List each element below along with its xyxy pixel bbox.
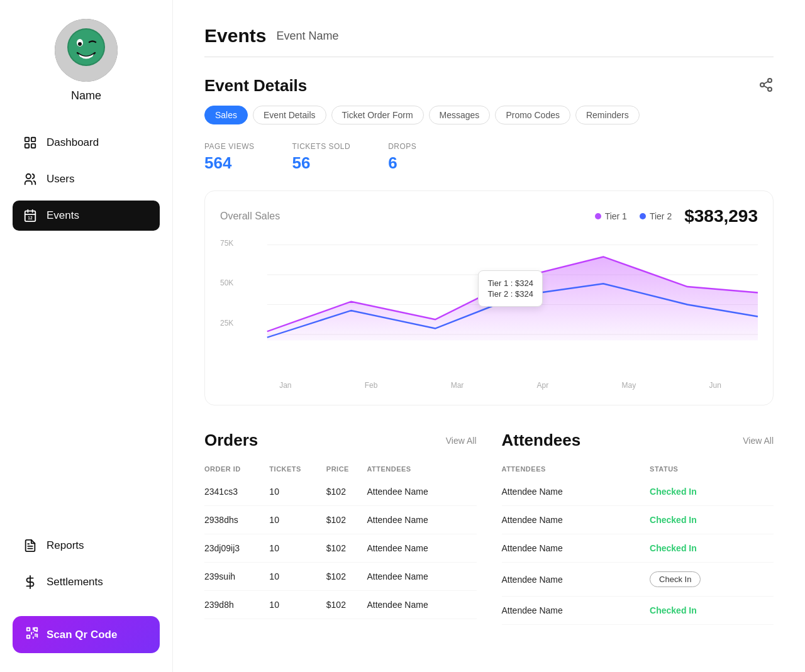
attendees-view-all[interactable]: View All xyxy=(743,436,774,446)
page-header: Events Event Name xyxy=(204,25,774,47)
attendee-status-cell: Checked In xyxy=(650,534,774,563)
attendee-name-cell: Attendee Name xyxy=(502,563,650,597)
sidebar-item-reports[interactable]: Reports xyxy=(13,531,160,561)
sidebar-item-events[interactable]: 12 Events xyxy=(13,201,160,231)
list-item: Attendee Name Checked In xyxy=(502,506,774,534)
tickets-sold-value: 56 xyxy=(292,153,350,173)
legend-tier1-label: Tier 1 xyxy=(605,211,627,221)
svg-rect-6 xyxy=(31,138,35,141)
order-tickets-cell: 10 xyxy=(269,478,326,506)
users-icon xyxy=(23,172,38,187)
page-views-value: 564 xyxy=(204,153,254,173)
user-name: Name xyxy=(71,89,101,102)
event-details-header: Event Details xyxy=(204,76,774,96)
x-label-mar: Mar xyxy=(451,381,464,390)
order-price-cell: $102 xyxy=(326,591,367,619)
attendees-section: Attendees View All ATTENDEES STATUS Atte… xyxy=(502,431,774,625)
order-tickets-cell: 10 xyxy=(269,534,326,563)
table-row: 239suih 10 $102 Attendee Name xyxy=(204,563,477,591)
order-attendees-cell: Attendee Name xyxy=(367,534,476,563)
chart-header: Overall Sales Tier 1 Tier 2 $383,293 xyxy=(220,206,758,226)
chart-svg xyxy=(220,239,758,358)
reports-icon xyxy=(23,538,38,553)
x-label-apr: Apr xyxy=(537,381,549,390)
svg-rect-7 xyxy=(25,144,29,148)
status-badge: Checked In xyxy=(650,487,697,497)
order-id-cell: 239suih xyxy=(204,563,269,591)
orders-view-all[interactable]: View All xyxy=(446,436,477,446)
sidebar-item-users[interactable]: Users xyxy=(13,164,160,194)
sidebar-item-reports-label: Reports xyxy=(47,539,84,552)
svg-rect-20 xyxy=(27,636,30,639)
order-attendees-cell: Attendee Name xyxy=(367,506,476,534)
order-price-cell: $102 xyxy=(326,506,367,534)
table-row: 239d8h 10 $102 Attendee Name xyxy=(204,591,477,619)
y-label-75k: 75K xyxy=(220,239,243,248)
legend-tier2-label: Tier 2 xyxy=(650,211,672,221)
scan-qr-icon xyxy=(25,626,39,643)
chart-total-value: $383,293 xyxy=(684,206,758,226)
event-details-title: Event Details xyxy=(204,76,307,96)
attendees-table: ATTENDEES STATUS Attendee Name Checked I… xyxy=(502,460,774,625)
orders-col-price: PRICE xyxy=(326,460,367,478)
tab-event-details[interactable]: Event Details xyxy=(253,106,326,124)
order-price-cell: $102 xyxy=(326,563,367,591)
check-in-button[interactable]: Check In xyxy=(650,571,701,587)
avatar-section: Name xyxy=(13,19,160,102)
sidebar-item-dashboard[interactable]: Dashboard xyxy=(13,128,160,158)
orders-table: ORDER ID TICKETS PRICE ATTENDEES 2341cs3… xyxy=(204,460,477,619)
svg-line-33 xyxy=(764,82,769,84)
header-divider xyxy=(204,57,774,57)
table-row: 2341cs3 10 $102 Attendee Name xyxy=(204,478,477,506)
stat-tickets-sold: TICKETS SOLD 56 xyxy=(292,142,350,173)
legend-tier2: Tier 2 xyxy=(640,211,672,221)
tab-messages[interactable]: Messages xyxy=(429,106,491,124)
order-id-cell: 2341cs3 xyxy=(204,478,269,506)
settlements-icon xyxy=(23,575,38,590)
svg-rect-19 xyxy=(35,628,38,631)
table-row: 23dj09ij3 10 $102 Attendee Name xyxy=(204,534,477,563)
share-button[interactable] xyxy=(758,77,774,94)
svg-point-9 xyxy=(26,174,31,179)
x-axis-labels: Jan Feb Mar Apr May Jun xyxy=(220,381,758,390)
order-attendees-cell: Attendee Name xyxy=(367,478,476,506)
y-label-50k: 50K xyxy=(220,278,243,287)
orders-col-id: ORDER ID xyxy=(204,460,269,478)
orders-section: Orders View All ORDER ID TICKETS PRICE A… xyxy=(204,431,477,625)
sidebar-item-settlements-label: Settlements xyxy=(47,576,103,588)
order-price-cell: $102 xyxy=(326,478,367,506)
chart-title: Overall Sales xyxy=(220,211,582,222)
tab-sales[interactable]: Sales xyxy=(204,106,248,124)
svg-rect-18 xyxy=(27,628,30,631)
avatar xyxy=(55,19,118,82)
order-id-cell: 2938dhs xyxy=(204,506,269,534)
stat-drops: DROPS 6 xyxy=(388,142,416,173)
event-name-badge: Event Name xyxy=(276,30,338,43)
tab-reminders[interactable]: Reminders xyxy=(575,106,640,124)
sidebar-item-events-label: Events xyxy=(47,209,79,222)
order-id-cell: 239d8h xyxy=(204,591,269,619)
sidebar-item-users-label: Users xyxy=(47,173,74,185)
share-icon xyxy=(758,77,774,92)
dashboard-icon xyxy=(23,135,38,150)
attendees-title: Attendees xyxy=(502,431,581,450)
scan-qr-button[interactable]: Scan Qr Code xyxy=(13,616,160,653)
attendee-name-cell: Attendee Name xyxy=(502,506,650,534)
tab-ticket-order-form[interactable]: Ticket Order Form xyxy=(331,106,424,124)
events-icon: 12 xyxy=(23,208,38,223)
attendee-status-cell: Checked In xyxy=(650,478,774,506)
page-title: Events xyxy=(204,25,266,47)
attendee-status-cell: Check In xyxy=(650,563,774,597)
status-badge: Checked In xyxy=(650,605,697,615)
sidebar-item-settlements[interactable]: Settlements xyxy=(13,567,160,597)
order-tickets-cell: 10 xyxy=(269,563,326,591)
legend-tier2-dot xyxy=(640,213,646,219)
tab-promo-codes[interactable]: Promo Codes xyxy=(495,106,570,124)
table-row: 2938dhs 10 $102 Attendee Name xyxy=(204,506,477,534)
attendee-status-cell: Checked In xyxy=(650,597,774,625)
orders-col-tickets: TICKETS xyxy=(269,460,326,478)
page-views-label: PAGE VIEWS xyxy=(204,142,254,151)
sales-chart-container: Overall Sales Tier 1 Tier 2 $383,293 75K… xyxy=(204,190,774,405)
attendees-col-status: STATUS xyxy=(650,460,774,478)
attendee-status-cell: Checked In xyxy=(650,506,774,534)
